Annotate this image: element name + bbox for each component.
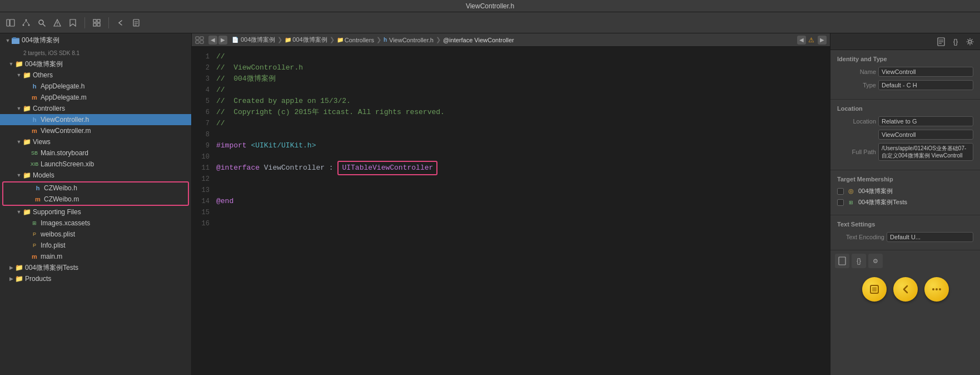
sidebar-item-viewcontroller-m[interactable]: ▶ m ViewController.m bbox=[0, 125, 191, 136]
rp-bottom-doc-icon[interactable] bbox=[835, 254, 849, 268]
type-label: Type bbox=[837, 82, 876, 88]
text-encoding-label: Text Encoding bbox=[837, 234, 884, 240]
name-label: Name bbox=[837, 68, 876, 75]
sidebar-item-tests[interactable]: ▶ 📁 004微博案例Tests bbox=[0, 262, 191, 273]
sidebar-item-viewcontroller-h[interactable]: ▶ h ViewController.h bbox=[0, 114, 191, 125]
sidebar-item-appdelegate-m[interactable]: ▶ m AppDelegate.m bbox=[0, 92, 191, 103]
sidebar-item-root-folder[interactable]: ▼ 📁 004微博案例 bbox=[0, 58, 191, 70]
tests-disclosure[interactable]: ▶ bbox=[8, 264, 14, 271]
sidebar-item-czweibo-m[interactable]: ▶ m CZWeibo.m bbox=[3, 194, 188, 205]
type-value: Default - C H bbox=[878, 80, 973, 90]
location-row: Location Relative to G bbox=[837, 116, 973, 126]
hierarchy-icon[interactable] bbox=[20, 17, 32, 29]
breadcrumb-project[interactable]: 004微博案例 bbox=[241, 36, 275, 44]
sidebar-item-images[interactable]: ▶ ⊞ Images.xcassets bbox=[0, 218, 191, 229]
models-disclosure[interactable]: ▼ bbox=[16, 172, 22, 179]
target-membership-section: Target Membership ◎ 004微博案例 ⊞ 004微博案例Tes… bbox=[830, 170, 980, 215]
fullpath-label: Full Path bbox=[837, 149, 876, 155]
name-input[interactable] bbox=[878, 67, 973, 77]
back-icon[interactable] bbox=[115, 17, 127, 29]
target-1-checkbox[interactable] bbox=[837, 188, 844, 195]
root-folder-disclosure[interactable]: ▼ bbox=[8, 61, 14, 67]
project-subtitle: 2 targets, iOS SDK 8.1 bbox=[8, 50, 79, 56]
relative-row: ViewControll bbox=[837, 130, 973, 140]
grid-icon[interactable] bbox=[91, 17, 103, 29]
folder-toggle-icon[interactable] bbox=[4, 17, 17, 29]
supporting-disclosure[interactable]: ▼ bbox=[16, 209, 22, 215]
appdelegate-m-label: AppDelegate.m bbox=[41, 93, 87, 101]
location-title: Location bbox=[837, 105, 973, 112]
jump-bar-grid[interactable] bbox=[195, 36, 204, 44]
controllers-disclosure[interactable]: ▼ bbox=[16, 105, 22, 112]
weibos-plist-icon: P bbox=[30, 230, 39, 239]
breadcrumb-interface[interactable]: @interface ViewController bbox=[443, 37, 514, 43]
czweibo-h-icon: h bbox=[33, 184, 42, 193]
code-line-2: // ViewController.h bbox=[216, 62, 825, 73]
project-root[interactable]: ▼ 004微博案例 bbox=[0, 33, 191, 47]
rp-gear-icon[interactable] bbox=[964, 36, 976, 47]
project-subtitle-row: 2 targets, iOS SDK 8.1 bbox=[0, 47, 191, 58]
sidebar-item-views[interactable]: ▼ 📁 Views bbox=[0, 136, 191, 147]
breadcrumb-project-folder[interactable]: 004微博案例 bbox=[292, 36, 327, 44]
sidebar-item-czweibo-h[interactable]: ▶ h CZWeibo.h bbox=[3, 182, 188, 194]
text-encoding-value: Default U... bbox=[887, 232, 973, 242]
target-2-icon: ⊞ bbox=[847, 199, 855, 206]
appdelegate-m-icon: m bbox=[30, 93, 39, 102]
jump-bar-forward[interactable]: ▶ bbox=[818, 36, 827, 45]
code-line-10 bbox=[216, 151, 825, 162]
sidebar-item-info-plist[interactable]: ▶ P Info.plist bbox=[0, 240, 191, 251]
breadcrumb-sep-1: ❯ bbox=[277, 36, 282, 43]
project-disclosure[interactable]: ▼ bbox=[4, 37, 11, 44]
left-arrow-circle-btn[interactable] bbox=[893, 277, 918, 302]
code-line-11: @interface ViewController : UITableViewC… bbox=[216, 162, 825, 174]
sidebar-item-others[interactable]: ▼ 📁 Others bbox=[0, 70, 191, 81]
code-content[interactable]: // // ViewController.h // 004微博案例 // // … bbox=[214, 47, 830, 375]
target-2-checkbox[interactable] bbox=[837, 199, 844, 206]
location-value: Relative to G bbox=[878, 116, 973, 126]
search-icon[interactable] bbox=[36, 17, 48, 29]
rp-bottom-braces-icon[interactable]: {} bbox=[852, 254, 866, 268]
main-storyboard-label: Main.storyboard bbox=[41, 149, 88, 157]
dots-circle-btn[interactable] bbox=[924, 277, 949, 302]
text-encoding-row: Text Encoding Default U... bbox=[837, 232, 973, 242]
location-label: Location bbox=[837, 118, 876, 125]
sidebar-item-appdelegate-h[interactable]: ▶ h AppDelegate.h bbox=[0, 81, 191, 92]
warning-icon[interactable] bbox=[51, 17, 63, 29]
svg-point-3 bbox=[23, 24, 24, 26]
sidebar-item-products[interactable]: ▶ 📁 Products bbox=[0, 273, 191, 284]
target-1-label: 004微博案例 bbox=[858, 187, 893, 195]
code-editor[interactable]: 1 2 3 4 5 6 7 8 9 10 11 12 13 14 15 16 /… bbox=[192, 47, 830, 375]
products-disclosure[interactable]: ▶ bbox=[8, 275, 14, 282]
main-storyboard-icon: SB bbox=[30, 149, 39, 157]
rp-braces-icon[interactable]: {} bbox=[950, 36, 961, 47]
breadcrumb-sep-3: ❯ bbox=[376, 36, 381, 43]
czweibo-m-icon: m bbox=[33, 195, 42, 204]
rp-doc-icon[interactable] bbox=[936, 36, 947, 47]
rp-bottom-gear-icon[interactable]: ⚙ bbox=[868, 254, 883, 268]
sidebar-item-weibos-plist[interactable]: ▶ P weibos.plist bbox=[0, 229, 191, 240]
sidebar-item-models[interactable]: ▼ 📁 Models bbox=[0, 170, 191, 181]
views-disclosure[interactable]: ▼ bbox=[16, 139, 22, 145]
note-icon[interactable] bbox=[130, 17, 142, 29]
breadcrumb-file[interactable]: ViewController.h bbox=[389, 37, 434, 43]
jump-bar-next[interactable]: ▶ bbox=[218, 36, 227, 45]
sidebar-item-launchscreen[interactable]: ▶ XIB LaunchScreen.xib bbox=[0, 159, 191, 170]
svg-point-34 bbox=[932, 288, 934, 290]
svg-rect-1 bbox=[10, 19, 14, 26]
breadcrumb-controllers[interactable]: Controllers bbox=[345, 37, 374, 43]
sidebar-item-supporting-files[interactable]: ▼ 📁 Supporting Files bbox=[0, 206, 191, 218]
highlight-box: UITableViewController bbox=[337, 161, 437, 175]
sidebar-item-main-m[interactable]: ▶ m main.m bbox=[0, 251, 191, 262]
breadcrumb-folder-icon-2: 📁 bbox=[337, 37, 344, 43]
others-disclosure[interactable]: ▼ bbox=[16, 72, 22, 78]
square-circle-btn[interactable] bbox=[862, 277, 887, 302]
svg-rect-33 bbox=[872, 287, 877, 292]
svg-point-35 bbox=[936, 288, 938, 290]
launchscreen-icon: XIB bbox=[30, 160, 39, 169]
jump-bar-prev[interactable]: ◀ bbox=[208, 36, 217, 45]
sidebar-item-main-storyboard[interactable]: ▶ SB Main.storyboard bbox=[0, 147, 191, 159]
jump-bar-back[interactable]: ◀ bbox=[797, 36, 806, 45]
main-m-label: main.m bbox=[41, 253, 62, 260]
sidebar-item-controllers[interactable]: ▼ 📁 Controllers bbox=[0, 103, 191, 114]
bookmark-icon[interactable] bbox=[67, 17, 79, 29]
